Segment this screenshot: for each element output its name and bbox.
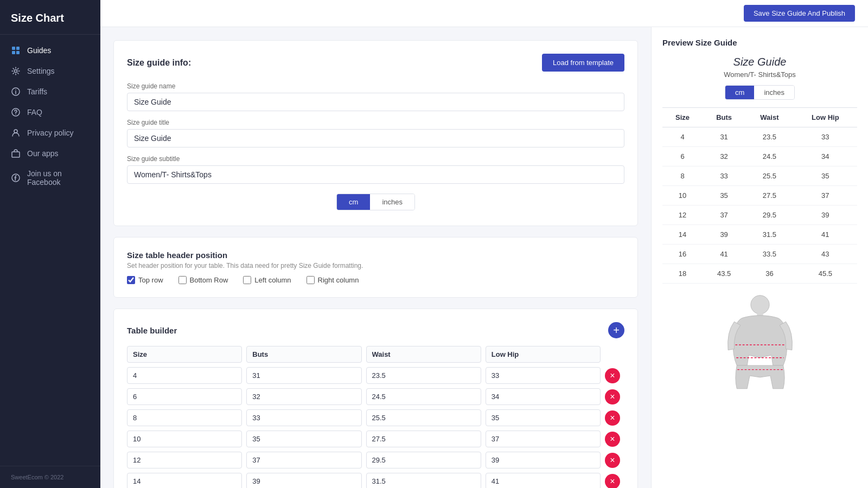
checkbox-top-row[interactable]: Top row <box>127 276 163 284</box>
header-col-low-hip[interactable] <box>486 346 601 363</box>
checkbox-bottom-row[interactable]: Bottom Row <box>178 276 228 284</box>
preview-header-size: Size <box>662 108 703 127</box>
mannequin-illustration <box>717 293 803 396</box>
table-row: 83325.535 <box>662 166 857 186</box>
delete-row1-button[interactable]: × <box>605 368 620 383</box>
delete-row2-button[interactable]: × <box>605 389 620 404</box>
preview-unit-group: cm inches <box>725 85 795 100</box>
row6-low-hip[interactable] <box>486 473 601 488</box>
row2-waist[interactable] <box>366 388 481 405</box>
checkbox-left-column-label: Left column <box>254 276 291 284</box>
size-guide-name-input[interactable] <box>127 93 624 111</box>
sidebar: Size Chart Guides Settings <box>0 0 100 488</box>
publish-button[interactable]: Save Size Guide And Publish <box>744 5 855 22</box>
sidebar-item-privacy[interactable]: Privacy policy <box>0 123 100 143</box>
sidebar-item-tariffs[interactable]: Tariffs <box>0 81 100 102</box>
row5-low-hip[interactable] <box>486 452 601 468</box>
table-cell: 4 <box>662 127 703 147</box>
table-row: 43123.533 <box>662 127 857 147</box>
main-area: Save Size Guide And Publish Size guide i… <box>100 0 868 488</box>
header-col-buts[interactable] <box>246 346 361 363</box>
row3-low-hip[interactable] <box>486 409 601 426</box>
size-guide-info-card: Size guide info: Load from template Size… <box>113 40 638 226</box>
preview-table-body: 43123.53363224.53483325.535103527.537123… <box>662 127 857 284</box>
row3-waist[interactable] <box>366 409 481 426</box>
table-builder-header: Table builder + <box>127 322 624 338</box>
sidebar-item-guides[interactable]: Guides <box>0 40 100 61</box>
unit-cm-button[interactable]: cm <box>337 194 370 210</box>
table-cell: 16 <box>662 245 703 264</box>
row1-size[interactable] <box>127 367 242 384</box>
row3-buts[interactable] <box>246 409 361 426</box>
table-row: × <box>127 431 624 447</box>
table-cell: 12 <box>662 206 703 225</box>
table-row: 123729.539 <box>662 206 857 225</box>
sidebar-item-our-apps[interactable]: Our apps <box>0 143 100 164</box>
sidebar-item-faq[interactable]: FAQ <box>0 102 100 123</box>
checkbox-right-column[interactable]: Right column <box>307 276 359 284</box>
checkbox-right-column-input[interactable] <box>307 276 315 284</box>
table-cell: 36 <box>745 264 793 284</box>
question-icon <box>11 107 21 117</box>
info-icon <box>11 87 21 97</box>
table-cell: 25.5 <box>745 166 793 186</box>
table-builder-card: Table builder + × <box>113 309 638 488</box>
row2-low-hip[interactable] <box>486 388 601 405</box>
svg-rect-10 <box>12 152 20 157</box>
size-guide-subtitle-input[interactable] <box>127 165 624 184</box>
unit-inches-button[interactable]: inches <box>370 194 414 210</box>
row1-waist[interactable] <box>366 367 481 384</box>
sidebar-item-facebook[interactable]: Join us on Facebook <box>0 164 100 192</box>
table-cell: 33 <box>703 166 745 186</box>
add-row-button[interactable]: + <box>608 322 624 338</box>
table-cell: 39 <box>703 225 745 245</box>
row5-buts[interactable] <box>246 452 361 468</box>
table-cell: 41 <box>703 245 745 264</box>
size-guide-info-header: Size guide info: Load from template <box>127 54 624 72</box>
table-cell: 35 <box>794 166 857 186</box>
sidebar-item-settings[interactable]: Settings <box>0 61 100 81</box>
preview-table-header-row: Size Buts Waist Low Hip <box>662 108 857 127</box>
load-template-button[interactable]: Load from template <box>542 54 624 72</box>
person-icon <box>11 128 21 138</box>
row1-buts[interactable] <box>246 367 361 384</box>
checkbox-bottom-row-input[interactable] <box>178 276 187 284</box>
row5-size[interactable] <box>127 452 242 468</box>
row4-buts[interactable] <box>246 431 361 447</box>
checkbox-left-column[interactable]: Left column <box>243 276 291 284</box>
delete-row6-button[interactable]: × <box>605 474 620 489</box>
table-row: × <box>127 452 624 468</box>
table-cell: 8 <box>662 166 703 186</box>
sidebar-nav: Guides Settings Tariffs <box>0 35 100 466</box>
header-col-waist[interactable] <box>366 346 481 363</box>
svg-point-6 <box>15 89 16 91</box>
svg-rect-1 <box>16 47 20 50</box>
row3-size[interactable] <box>127 409 242 426</box>
checkbox-top-row-input[interactable] <box>127 276 135 284</box>
grid-icon <box>11 46 21 55</box>
table-cell: 24.5 <box>745 147 793 166</box>
checkbox-top-row-label: Top row <box>138 276 163 284</box>
row6-size[interactable] <box>127 473 242 488</box>
delete-row3-button[interactable]: × <box>605 410 620 426</box>
size-guide-title-input[interactable] <box>127 129 624 147</box>
preview-unit-cm-button[interactable]: cm <box>725 86 754 99</box>
row1-low-hip[interactable] <box>486 367 601 384</box>
row6-buts[interactable] <box>246 473 361 488</box>
preview-unit-inches-button[interactable]: inches <box>754 86 794 99</box>
row6-waist[interactable] <box>366 473 481 488</box>
preview-guide-subtitle: Women/T- Shirts&Tops <box>662 70 857 79</box>
table-row: × <box>127 473 624 488</box>
row4-waist[interactable] <box>366 431 481 447</box>
row4-low-hip[interactable] <box>486 431 601 447</box>
row5-waist[interactable] <box>366 452 481 468</box>
row2-size[interactable] <box>127 388 242 405</box>
checkbox-left-column-input[interactable] <box>243 276 251 284</box>
delete-row4-button[interactable]: × <box>605 432 620 447</box>
row4-size[interactable] <box>127 431 242 447</box>
header-col-size[interactable] <box>127 346 242 363</box>
delete-row5-button[interactable]: × <box>605 453 620 468</box>
row2-buts[interactable] <box>246 388 361 405</box>
table-cell: 37 <box>794 186 857 206</box>
preview-guide-title: Size Guide <box>662 56 857 68</box>
